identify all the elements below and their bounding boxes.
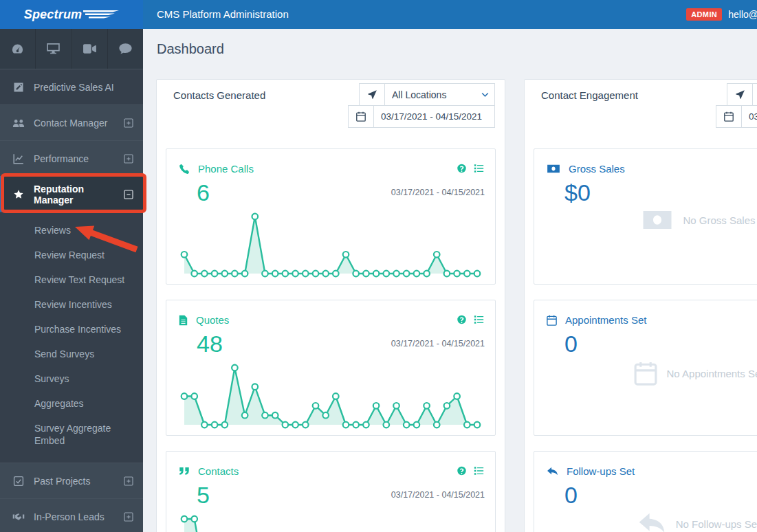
stat-card-quotes: Quotes4803/17/2021 - 04/15/2021 [166, 300, 496, 436]
money-icon [547, 164, 560, 173]
video-icon [83, 43, 97, 55]
calendar-icon [634, 361, 657, 386]
date-range-input[interactable] [742, 106, 757, 127]
location-arrow-icon [367, 89, 377, 100]
empty-state: No Gross Sales [534, 210, 757, 230]
plus-square-icon[interactable] [124, 154, 133, 164]
submenu-item-send-surveys[interactable]: Send Surveys [0, 342, 143, 366]
minus-square-icon[interactable] [124, 190, 133, 199]
plus-square-icon[interactable] [124, 118, 133, 128]
stat-card-phone-calls: Phone Calls603/17/2021 - 04/15/2021 [166, 148, 496, 285]
stat-value: 6 [197, 179, 210, 206]
page-title: Dashboard [157, 41, 224, 57]
submenu-item-purchase-incentives[interactable]: Purchase Incentives [0, 317, 143, 342]
sidebar-item-label: Reputation Manager [34, 184, 124, 206]
date-input-wrap [742, 105, 757, 128]
stat-value: 0 [564, 331, 578, 357]
user-email[interactable]: hello@ [728, 9, 757, 20]
date-filter [716, 105, 757, 128]
pen-square-icon [12, 82, 25, 93]
location-select-wrap [753, 83, 757, 106]
help-icon[interactable] [457, 466, 467, 476]
location-select[interactable]: All Locations [385, 84, 494, 105]
sidebar-tab-chat[interactable] [108, 29, 143, 69]
money-icon [641, 210, 673, 230]
date-range-input[interactable] [374, 106, 494, 127]
check-square-icon [12, 476, 25, 487]
sidebar-item-reputation-manager[interactable]: Reputation Manager [0, 176, 143, 212]
chat-icon [118, 43, 133, 55]
stat-label: Gross Sales [569, 163, 625, 175]
sparkline [175, 211, 487, 280]
date-filter [348, 105, 495, 128]
location-filter-button[interactable] [727, 83, 753, 106]
stat-card-actions [457, 164, 484, 173]
empty-label: No Follow-ups Set [676, 518, 757, 530]
panel-contact-engagement: Contact Engagement [524, 79, 757, 532]
brand-name: Spectrum [24, 8, 83, 22]
sidebar-item-contact-manager[interactable]: Contact Manager [0, 104, 143, 140]
plus-square-icon[interactable] [124, 476, 133, 486]
sidebar-item-in-person-leads[interactable]: In-Person Leads [0, 498, 143, 532]
plus-square-icon[interactable] [124, 512, 133, 522]
stat-value: $0 [564, 179, 591, 206]
stat-card-header: Quotes [179, 314, 229, 326]
stat-label: Quotes [196, 314, 229, 326]
stat-value: 5 [197, 482, 210, 509]
sidebar-icon-tabs [0, 29, 143, 69]
quote-icon [179, 467, 190, 476]
admin-badge: ADMIN [686, 8, 722, 21]
submenu-item-surveys[interactable]: Surveys [0, 366, 143, 391]
date-filter-button[interactable] [716, 105, 742, 128]
panel-title: Contact Engagement [541, 89, 638, 101]
stat-card-actions [457, 466, 484, 476]
sidebar-tab-speedometer[interactable] [0, 29, 36, 69]
stat-cards: Gross Sales$0No Gross SalesAppointments … [525, 148, 757, 532]
stat-card-header: Phone Calls [179, 163, 254, 175]
sidebar-item-performance[interactable]: Performance [0, 140, 143, 176]
submenu-item-review-text-request[interactable]: Review Text Request [0, 267, 143, 292]
location-filter [716, 83, 757, 106]
panel-header: Contacts Generated All Locations [157, 80, 505, 148]
sidebar-menu: Predictive Sales AIContact ManagerPerfor… [0, 69, 143, 212]
sparkline [175, 513, 487, 532]
calendar-icon [356, 111, 366, 122]
stat-value: 48 [197, 331, 223, 357]
sidebar-item-label: In-Person Leads [34, 511, 124, 522]
location-filter-button[interactable] [359, 83, 385, 106]
help-icon[interactable] [457, 164, 467, 173]
sidebar-item-label: Predictive Sales AI [34, 82, 133, 93]
submenu-item-survey-aggregate-embed[interactable]: Survey Aggregate Embed [0, 416, 143, 453]
app-window: Spectrum CMS Platform Administration ADM… [0, 0, 757, 532]
brand-logo[interactable]: Spectrum [0, 0, 143, 29]
location-select[interactable] [753, 84, 757, 105]
sidebar-item-past-projects[interactable]: Past Projects [0, 463, 143, 498]
topbar-user-area: ADMIN hello@ [686, 0, 756, 29]
reply-icon [637, 512, 666, 532]
help-icon[interactable] [457, 315, 467, 324]
submenu-item-aggregates[interactable]: Aggregates [0, 391, 143, 416]
sidebar-tab-video[interactable] [72, 29, 108, 69]
handshake-icon [12, 511, 25, 522]
sidebar-item-label: Past Projects [34, 476, 124, 487]
panel-contacts-generated: Contacts Generated All Locations [156, 79, 505, 532]
submenu-item-review-request[interactable]: Review Request [0, 243, 143, 267]
submenu-item-reviews[interactable]: Reviews [0, 218, 143, 243]
list-icon[interactable] [474, 315, 484, 324]
stat-date: 03/17/2021 - 04/15/2021 [391, 339, 485, 348]
sidebar-menu-bottom: Past ProjectsIn-Person Leads [0, 463, 143, 532]
sidebar-tab-desktop[interactable] [36, 29, 72, 69]
submenu-item-review-incentives[interactable]: Review Incentives [0, 292, 143, 317]
list-icon[interactable] [474, 466, 484, 476]
location-select-wrap: All Locations [385, 83, 495, 106]
list-icon[interactable] [474, 164, 484, 173]
sidebar-item-predictive-sales-ai[interactable]: Predictive Sales AI [0, 69, 143, 104]
stat-card-contacts: Contacts503/17/2021 - 04/15/2021 [166, 451, 496, 532]
stat-date: 03/17/2021 - 04/15/2021 [391, 490, 485, 500]
chart-line-icon [12, 153, 25, 164]
empty-state: No Appointments Set [534, 361, 757, 386]
reputation-manager-submenu: ReviewsReview RequestReview Text Request… [0, 212, 143, 463]
stat-date: 03/17/2021 - 04/15/2021 [391, 188, 485, 197]
date-filter-button[interactable] [348, 105, 374, 128]
stat-card-appointments-set: Appointments Set0No Appointments Set [534, 300, 757, 436]
